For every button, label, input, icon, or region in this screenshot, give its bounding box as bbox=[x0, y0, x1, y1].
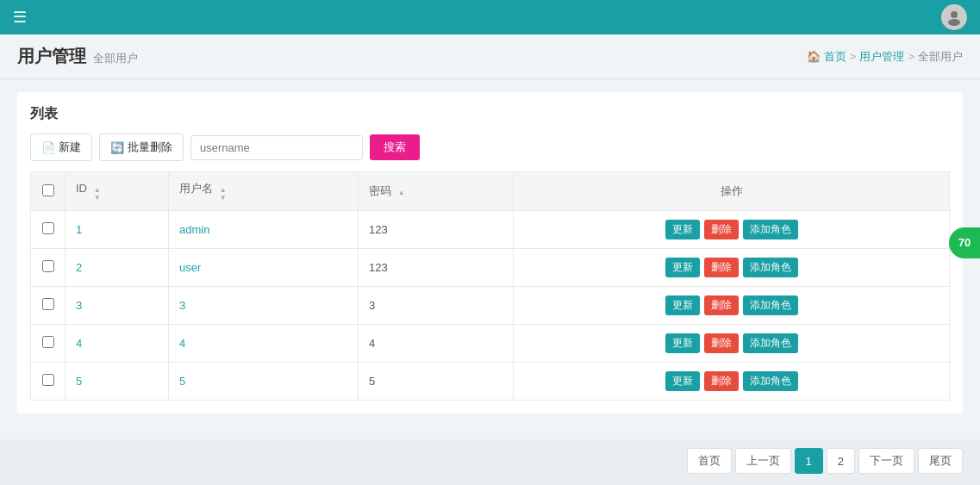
breadcrumb-home-icon: 🏠 bbox=[807, 50, 821, 63]
row-action-2: 更新 删除 添加角色 bbox=[514, 287, 950, 325]
add-role-button-2[interactable]: 添加角色 bbox=[743, 295, 798, 315]
svg-point-0 bbox=[951, 11, 958, 18]
row-password-2: 3 bbox=[359, 287, 514, 325]
update-button-0[interactable]: 更新 bbox=[665, 220, 700, 239]
table-header-row: ID ▲ ▼ 用户名 ▲ ▼ 密码 bbox=[31, 172, 950, 211]
title-group: 用户管理 全部用户 bbox=[17, 45, 138, 68]
password-sort[interactable]: ▲ bbox=[398, 190, 405, 196]
delete-button-4[interactable]: 删除 bbox=[704, 371, 739, 391]
search-input[interactable] bbox=[190, 135, 363, 160]
row-action-3: 更新 删除 添加角色 bbox=[514, 325, 950, 363]
row-id-0: 1 bbox=[66, 211, 169, 249]
update-button-3[interactable]: 更新 bbox=[665, 333, 700, 353]
breadcrumb-sep2: > bbox=[908, 50, 914, 63]
username-sort[interactable]: ▲ ▼ bbox=[220, 187, 227, 202]
add-role-button-4[interactable]: 添加角色 bbox=[743, 371, 798, 391]
row-id-3: 4 bbox=[66, 325, 169, 363]
row-password-3: 4 bbox=[359, 325, 514, 363]
row-checkbox-4[interactable] bbox=[42, 374, 54, 386]
batch-delete-button[interactable]: 🔄 批量删除 bbox=[99, 134, 184, 161]
refresh-icon: 🔄 bbox=[110, 141, 124, 154]
table-row: 5 5 5 更新 删除 添加角色 bbox=[31, 363, 950, 401]
avatar[interactable] bbox=[941, 4, 967, 30]
row-password-1: 123 bbox=[359, 249, 514, 287]
th-id: ID ▲ ▼ bbox=[66, 172, 169, 211]
row-id-1: 2 bbox=[66, 249, 169, 287]
section-title: 列表 bbox=[30, 105, 950, 123]
th-password: 密码 ▲ bbox=[359, 172, 514, 211]
last-page-button[interactable]: 尾页 bbox=[918, 448, 963, 474]
breadcrumb: 🏠 首页 > 用户管理 > 全部用户 bbox=[807, 49, 963, 65]
delete-button-2[interactable]: 删除 bbox=[704, 295, 739, 315]
id-sort[interactable]: ▲ ▼ bbox=[94, 187, 101, 202]
new-icon: 📄 bbox=[41, 141, 55, 154]
page-title: 用户管理 bbox=[17, 45, 86, 68]
row-username-0: admin bbox=[169, 211, 359, 249]
th-action: 操作 bbox=[514, 172, 950, 211]
row-username-1: user bbox=[169, 249, 359, 287]
row-action-0: 更新 删除 添加角色 bbox=[514, 211, 950, 249]
row-checkbox-cell-2 bbox=[31, 287, 66, 325]
th-username: 用户名 ▲ ▼ bbox=[169, 172, 359, 211]
delete-button-3[interactable]: 删除 bbox=[704, 333, 739, 353]
new-button[interactable]: 📄 新建 bbox=[30, 134, 92, 161]
breadcrumb-current: 全部用户 bbox=[918, 49, 963, 65]
float-badge[interactable]: 70 bbox=[949, 227, 980, 258]
first-page-button[interactable]: 首页 bbox=[687, 448, 732, 474]
main-content: 列表 📄 新建 🔄 批量删除 搜索 ID bbox=[0, 79, 980, 439]
row-id-2: 3 bbox=[66, 287, 169, 325]
page-subtitle: 全部用户 bbox=[93, 51, 138, 66]
add-role-button-1[interactable]: 添加角色 bbox=[743, 258, 798, 277]
page-header: 用户管理 全部用户 🏠 首页 > 用户管理 > 全部用户 bbox=[0, 34, 980, 79]
update-button-1[interactable]: 更新 bbox=[665, 258, 700, 277]
breadcrumb-sep1: > bbox=[850, 50, 857, 63]
row-action-1: 更新 删除 添加角色 bbox=[514, 249, 950, 287]
update-button-2[interactable]: 更新 bbox=[665, 295, 700, 315]
add-role-button-0[interactable]: 添加角色 bbox=[743, 220, 798, 239]
add-role-button-3[interactable]: 添加角色 bbox=[743, 333, 798, 353]
row-checkbox-cell-3 bbox=[31, 325, 66, 363]
row-checkbox-1[interactable] bbox=[42, 260, 54, 272]
row-checkbox-cell-1 bbox=[31, 249, 66, 287]
prev-page-button[interactable]: 上一页 bbox=[735, 448, 791, 474]
breadcrumb-home[interactable]: 首页 bbox=[824, 49, 846, 65]
table-row: 2 user 123 更新 删除 添加角色 bbox=[31, 249, 950, 287]
delete-button-0[interactable]: 删除 bbox=[704, 220, 739, 239]
topbar: ☰ bbox=[0, 0, 980, 34]
select-all-checkbox[interactable] bbox=[42, 184, 54, 196]
pagination-wrapper: 首页 上一页 1 2 下一页 尾页 bbox=[0, 439, 980, 482]
pagination: 首页 上一页 1 2 下一页 尾页 bbox=[687, 448, 963, 474]
row-password-4: 5 bbox=[359, 363, 514, 401]
row-checkbox-2[interactable] bbox=[42, 298, 54, 310]
row-checkbox-3[interactable] bbox=[42, 336, 54, 348]
svg-point-1 bbox=[948, 19, 960, 26]
row-id-4: 5 bbox=[66, 363, 169, 401]
row-username-4: 5 bbox=[169, 363, 359, 401]
delete-button-1[interactable]: 删除 bbox=[704, 258, 739, 277]
search-button[interactable]: 搜索 bbox=[370, 134, 420, 160]
row-username-3: 4 bbox=[169, 325, 359, 363]
list-card: 列表 📄 新建 🔄 批量删除 搜索 ID bbox=[17, 92, 963, 413]
row-password-0: 123 bbox=[359, 211, 514, 249]
row-checkbox-cell-4 bbox=[31, 363, 66, 401]
row-action-4: 更新 删除 添加角色 bbox=[514, 363, 950, 401]
table-row: 1 admin 123 更新 删除 添加角色 bbox=[31, 211, 950, 249]
user-table: ID ▲ ▼ 用户名 ▲ ▼ 密码 bbox=[30, 171, 950, 401]
update-button-4[interactable]: 更新 bbox=[665, 371, 700, 391]
row-checkbox-0[interactable] bbox=[42, 222, 54, 234]
next-page-button[interactable]: 下一页 bbox=[858, 448, 914, 474]
row-checkbox-cell-0 bbox=[31, 211, 66, 249]
row-username-2: 3 bbox=[169, 287, 359, 325]
toolbar: 📄 新建 🔄 批量删除 搜索 bbox=[30, 134, 950, 161]
menu-icon[interactable]: ☰ bbox=[13, 8, 27, 27]
th-checkbox bbox=[31, 172, 66, 211]
page-1-button[interactable]: 1 bbox=[795, 448, 823, 474]
breadcrumb-user-mgmt[interactable]: 用户管理 bbox=[859, 49, 904, 65]
page-2-button[interactable]: 2 bbox=[827, 448, 855, 474]
table-row: 3 3 3 更新 删除 添加角色 bbox=[31, 287, 950, 325]
table-row: 4 4 4 更新 删除 添加角色 bbox=[31, 325, 950, 363]
